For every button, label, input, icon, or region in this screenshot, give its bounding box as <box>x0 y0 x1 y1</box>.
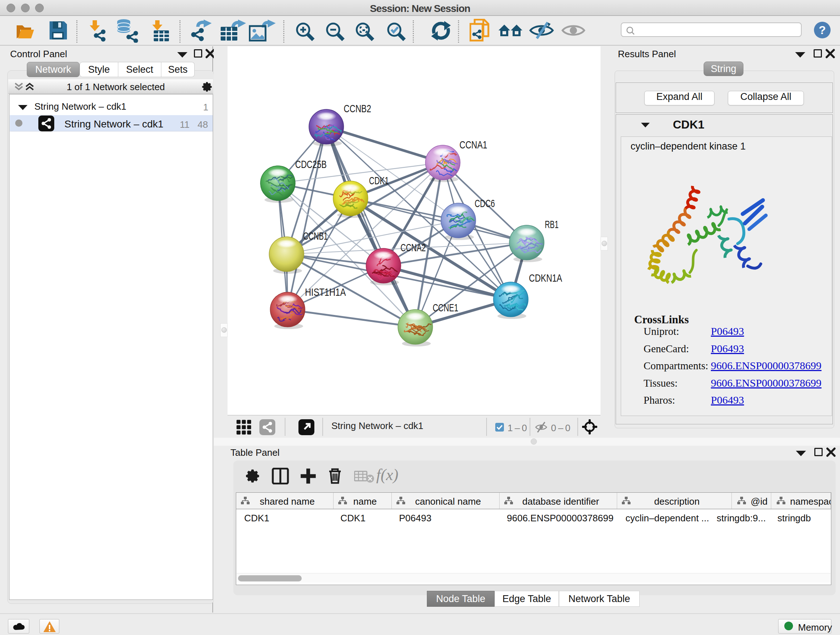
svg-text:HIST1H1A: HIST1H1A <box>305 286 346 298</box>
svg-text:CCNB2: CCNB2 <box>344 103 371 114</box>
svg-text:CCNA2: CCNA2 <box>401 241 426 253</box>
svg-text:CDKN1A: CDKN1A <box>529 272 562 284</box>
svg-text:RB1: RB1 <box>545 218 559 230</box>
svg-text:?: ? <box>819 24 826 36</box>
svg-text:CCNA1: CCNA1 <box>459 139 487 150</box>
svg-text:CCNB1: CCNB1 <box>303 230 328 242</box>
svg-text:CDC25B: CDC25B <box>295 158 327 170</box>
svg-text:CCNE1: CCNE1 <box>433 302 458 314</box>
svg-text:CDC6: CDC6 <box>475 197 495 209</box>
svg-text:CDK1: CDK1 <box>369 174 389 187</box>
